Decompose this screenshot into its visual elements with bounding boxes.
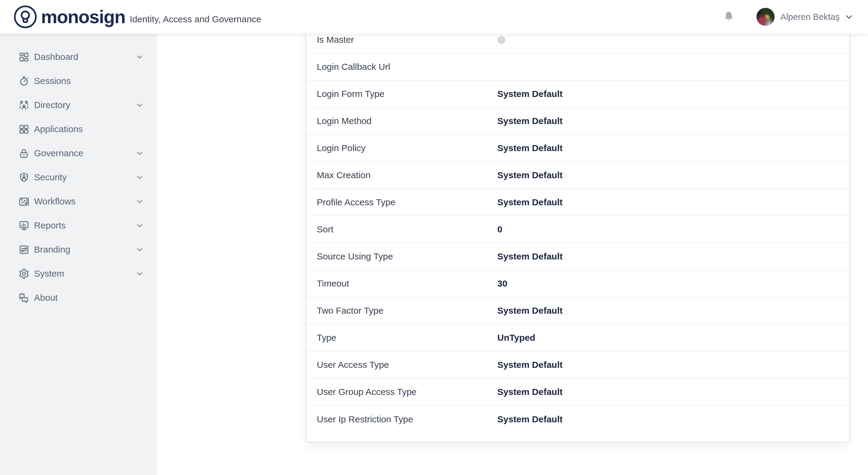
app-tagline: Identity, Access and Governance (130, 15, 261, 24)
chevron-down-icon[interactable] (844, 12, 854, 22)
sidebar-item-workflows[interactable]: Workflows (0, 189, 156, 213)
toggle-off[interactable] (497, 36, 505, 44)
property-value: System Default (497, 89, 563, 99)
property-value: System Default (497, 360, 563, 370)
top-navbar: monosign Identity, Access and Governance… (0, 0, 868, 34)
property-label: Type (317, 333, 497, 343)
dashboard-icon (19, 52, 30, 63)
workflow-icon (19, 196, 30, 207)
sidebar-item-label: Governance (34, 149, 83, 158)
property-label: User Ip Restriction Type (317, 414, 497, 425)
property-label: Profile Access Type (317, 197, 497, 207)
property-label: Login Form Type (317, 89, 497, 99)
sidebar-item-governance[interactable]: Governance (0, 141, 156, 165)
property-label: Two Factor Type (317, 306, 497, 316)
sidebar-item-label: Applications (34, 125, 83, 134)
sidebar-item-label: System (34, 269, 64, 278)
property-value: UnTyped (497, 333, 535, 343)
property-row-user-group-access-type: User Group Access TypeSystem Default (306, 379, 849, 406)
sidebar-item-system[interactable]: System (0, 262, 156, 286)
sidebar-item-label: Dashboard (34, 53, 79, 61)
chevron-down-icon[interactable] (135, 149, 144, 158)
property-row-profile-access-type: Profile Access TypeSystem Default (306, 189, 849, 216)
chevron-down-icon[interactable] (135, 173, 144, 181)
property-value: System Default (497, 306, 563, 316)
property-value: System Default (497, 197, 563, 207)
sidebar-item-label: Reports (34, 221, 66, 230)
sidebar-item-branding[interactable]: Branding (0, 238, 156, 262)
chevron-down-icon[interactable] (135, 101, 144, 109)
property-row-timeout: Timeout30 (306, 270, 849, 297)
property-value: System Default (497, 116, 563, 126)
svg-text:?: ? (21, 294, 23, 297)
sliders-icon (19, 244, 30, 255)
property-value: System Default (497, 414, 563, 425)
property-value: System Default (497, 143, 563, 153)
property-value: System Default (497, 251, 563, 262)
property-row-login-method: Login MethodSystem Default (306, 108, 849, 135)
chevron-down-icon[interactable] (135, 245, 144, 254)
sidebar-item-reports[interactable]: Reports (0, 213, 156, 238)
sidebar-item-label: Workflows (34, 197, 76, 206)
stopwatch-icon (19, 75, 30, 87)
property-label: Login Method (317, 116, 497, 126)
property-value: 0 (497, 224, 502, 235)
property-label: Max Creation (317, 170, 497, 180)
property-row-two-factor-type: Two Factor TypeSystem Default (306, 297, 849, 325)
property-row-sort: Sort0 (306, 216, 849, 243)
user-name: Alperen Bektaş (780, 12, 840, 22)
property-label: Login Policy (317, 143, 497, 153)
sidebar-item-security[interactable]: Security (0, 165, 156, 189)
sidebar-item-label: Security (34, 173, 67, 182)
properties-card: Is MasterLogin Callback UrlLogin Form Ty… (306, 26, 850, 442)
chevron-down-icon[interactable] (135, 221, 144, 230)
property-label: User Access Type (317, 360, 497, 370)
property-label: User Group Access Type (317, 387, 497, 397)
property-row-user-ip-restriction-type: User Ip Restriction TypeSystem Default (306, 406, 849, 433)
sidebar-item-directory[interactable]: Directory (0, 93, 156, 117)
report-monitor-icon (19, 220, 30, 231)
svg-text:!: ! (24, 298, 25, 301)
property-row-login-callback-url: Login Callback Url (306, 54, 849, 81)
sidebar-item-sessions[interactable]: Sessions (0, 69, 156, 93)
property-row-type: TypeUnTyped (306, 325, 849, 351)
brand-logo[interactable]: monosign (13, 5, 125, 29)
chevron-down-icon[interactable] (135, 197, 144, 206)
sidebar-item-label: Branding (34, 245, 70, 254)
property-value: System Default (497, 170, 563, 180)
property-label: Sort (317, 224, 497, 235)
chevron-down-icon[interactable] (135, 53, 144, 61)
sidebar-item-label: Directory (34, 101, 70, 109)
sidebar-item-label: About (34, 293, 58, 302)
sidebar-item-label: Sessions (34, 76, 71, 86)
sidebar: DashboardSessionsDirectoryApplicationsGo… (0, 34, 157, 475)
property-row-max-creation: Max CreationSystem Default (306, 162, 849, 189)
brand-name: monosign (41, 8, 125, 26)
user-avatar[interactable] (756, 8, 775, 26)
monosign-logo-icon (13, 5, 37, 29)
shield-user-icon (19, 172, 30, 183)
property-label: Source Using Type (317, 251, 497, 262)
gear-icon (19, 268, 30, 279)
property-row-source-using-type: Source Using TypeSystem Default (306, 243, 849, 270)
property-row-login-policy: Login PolicySystem Default (306, 135, 849, 162)
property-label: Timeout (317, 278, 497, 289)
property-value: System Default (497, 387, 563, 397)
bell-icon[interactable] (722, 10, 735, 24)
sidebar-item-applications[interactable]: Applications (0, 117, 156, 141)
property-label: Is Master (317, 35, 497, 45)
property-label: Login Callback Url (317, 62, 497, 72)
sidebar-item-about[interactable]: ?!About (0, 286, 156, 310)
sidebar-item-dashboard[interactable]: Dashboard (0, 45, 156, 69)
help-chat-icon: ?! (19, 292, 30, 303)
app-grid-icon (19, 124, 30, 135)
property-value: 30 (497, 278, 507, 289)
chevron-down-icon[interactable] (135, 269, 144, 278)
lock-icon (19, 148, 30, 159)
property-row-login-form-type: Login Form TypeSystem Default (306, 81, 849, 108)
users-icon (19, 100, 30, 111)
property-row-user-access-type: User Access TypeSystem Default (306, 351, 849, 379)
